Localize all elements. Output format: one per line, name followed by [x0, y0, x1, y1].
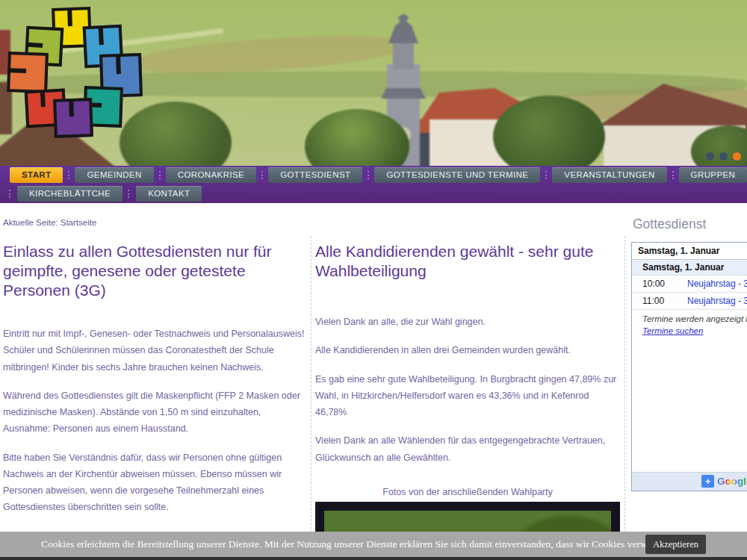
nav-item-kontakt[interactable]: KONTAKT — [136, 186, 202, 202]
breadcrumb: Aktuelle Seite: Startseite — [3, 218, 96, 227]
nav-separator — [672, 171, 674, 179]
paragraph: Alle Kandidierenden in allen drei Gemein… — [315, 342, 620, 358]
photo-caption: Fotos von der anschließenden Wahlparty — [315, 487, 620, 497]
nav-separator — [261, 171, 263, 179]
nav-item-start[interactable]: START — [10, 167, 63, 183]
slider-dot-3-active[interactable] — [733, 152, 741, 161]
nav-separator — [368, 171, 369, 179]
sidebar-title: Gottesdienst — [633, 217, 706, 232]
calendar-note: Termine werden angezeigt bis 28.2.. Weit… — [632, 310, 747, 340]
google-plus-icon: + — [701, 475, 714, 488]
slider-dots — [706, 152, 741, 161]
google-calendar-badge[interactable]: + Google — [701, 475, 747, 488]
column-separator — [624, 236, 625, 536]
event-link[interactable]: Neujahrstag - 3G — [687, 279, 747, 289]
event-time: 10:00 — [642, 279, 687, 289]
church-steeple-lantern — [393, 39, 414, 69]
calendar-event-row: 11:00 Neujahrstag - 3G — [632, 293, 747, 310]
paragraph: Bitte haben Sie Verständnis dafür, dass … — [3, 449, 308, 516]
cookie-banner: Cookies erleichtern die Bereitstellung u… — [0, 532, 747, 557]
accept-cookies-button[interactable]: Akzeptieren — [645, 535, 706, 554]
article-wahl: Alle Kandidierenden gewählt - sehr gute … — [315, 236, 620, 505]
site-logo[interactable] — [3, 3, 145, 143]
nav-item-gruppen[interactable]: GRUPPEN — [679, 167, 747, 183]
nav-separator — [159, 171, 161, 179]
cookie-message: Cookies erleichtern die Bereitstellung u… — [41, 538, 674, 550]
sidebar: Gottesdienst Samstag, 1. Januar Samstag,… — [631, 203, 747, 560]
nav-item-coronakrise[interactable]: CORONAKRISE — [166, 167, 256, 183]
nav-separator — [68, 171, 69, 179]
paragraph: Es gab eine sehr gute Wahlbeteiligung. I… — [315, 371, 620, 421]
nav-item-veranstaltungen[interactable]: VERANSTALTUNGEN — [552, 167, 666, 183]
paragraph: Eintritt nur mit Impf-, Genesen- oder Te… — [3, 326, 308, 376]
nav-item-kircheblaettche[interactable]: KIRCHEBLÄTTCHE — [17, 186, 123, 202]
article-einlass: Einlass zu allen Gottesdiensten nur für … — [3, 236, 308, 560]
slider-dot-2[interactable] — [719, 152, 728, 161]
logo-square-purple — [53, 98, 93, 138]
nav-separator — [9, 190, 12, 198]
nav-item-gottesdienste-und-termine[interactable]: GOTTESDIENSTE UND TERMINE — [374, 167, 540, 183]
article-body: Vielen Dank an alle, die zur Wahl gingen… — [315, 314, 620, 466]
paragraph: Während des Gottesdienstes gilt die Mask… — [3, 388, 308, 438]
event-time: 11:00 — [642, 296, 687, 306]
page: START GEMEINDEN CORONAKRISE GOTTESDIENST… — [0, 0, 747, 560]
bottom-strip — [0, 557, 747, 560]
calendar-date-header: Samstag, 1. Januar — [632, 243, 747, 260]
column-separator — [311, 236, 311, 536]
main-navigation: START GEMEINDEN CORONAKRISE GOTTESDIENST… — [0, 166, 747, 203]
article-title: Einlass zu allen Gottesdiensten nur für … — [3, 242, 308, 300]
event-link[interactable]: Neujahrstag - 3G — [687, 296, 747, 306]
calendar-event-row: 10:00 Neujahrstag - 3G — [632, 276, 747, 293]
nav-row-1: START GEMEINDEN CORONAKRISE GOTTESDIENST… — [0, 166, 747, 184]
header-photo — [0, 0, 747, 166]
calendar-note-text: Termine werden angezeigt bis 28.2.. — [642, 314, 747, 323]
main-content: Aktuelle Seite: Startseite Einlass zu al… — [0, 203, 747, 560]
slider-dot-1[interactable] — [706, 152, 714, 161]
article-title: Alle Kandidierenden gewählt - sehr gute … — [315, 242, 620, 281]
calendar-footer: + Google — [632, 472, 747, 491]
calendar-date-subheader: Samstag, 1. Januar — [632, 260, 747, 276]
church-steeple-flare — [381, 88, 426, 99]
church-steeple-dome — [388, 13, 418, 43]
logo-square-orange — [7, 52, 49, 93]
nav-item-gemeinden[interactable]: GEMEINDEN — [75, 167, 153, 183]
google-logo: Google — [717, 476, 747, 487]
nav-separator — [545, 171, 547, 179]
paragraph: Vielen Dank an alle, die zur Wahl gingen… — [315, 314, 620, 330]
nav-row-2: KIRCHEBLÄTTCHE KONTAKT — [0, 184, 747, 203]
nav-item-gottesdienst[interactable]: GOTTESDIENST — [268, 167, 362, 183]
calendar-widget: Samstag, 1. Januar Samstag, 1. Januar 10… — [631, 242, 747, 491]
article-body: Eintritt nur mit Impf-, Genesen- oder Te… — [3, 326, 308, 552]
paragraph: Vielen Dank an alle Wählenden für das en… — [315, 432, 620, 466]
nav-separator — [128, 190, 131, 198]
